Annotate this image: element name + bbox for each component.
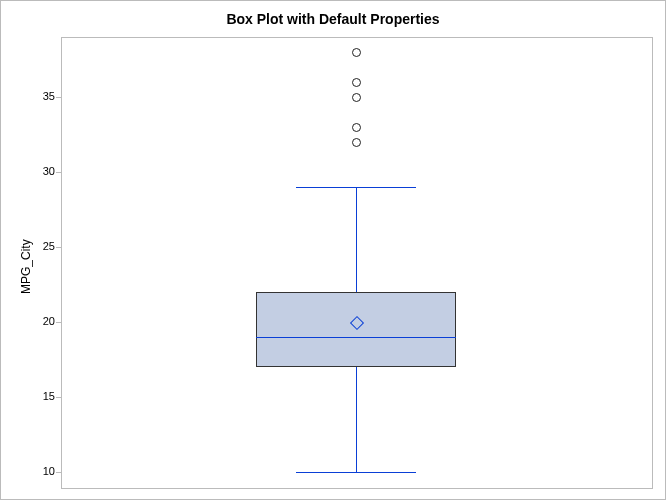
y-tick-label: 20	[31, 315, 55, 327]
y-tick-mark	[56, 472, 61, 473]
y-tick-label: 35	[31, 90, 55, 102]
y-tick-mark	[56, 97, 61, 98]
whisker-cap-lower	[296, 472, 416, 473]
y-tick-label: 25	[31, 240, 55, 252]
median-line	[256, 337, 456, 338]
y-tick-label: 10	[31, 465, 55, 477]
outlier-point	[352, 123, 361, 132]
outlier-point	[352, 48, 361, 57]
chart-title: Box Plot with Default Properties	[1, 1, 665, 33]
y-tick-label: 30	[31, 165, 55, 177]
outlier-point	[352, 78, 361, 87]
y-tick-mark	[56, 397, 61, 398]
y-tick-mark	[56, 322, 61, 323]
outlier-point	[352, 93, 361, 102]
y-tick-mark	[56, 247, 61, 248]
outlier-point	[352, 138, 361, 147]
y-tick-label: 15	[31, 390, 55, 402]
chart-container: Box Plot with Default Properties MPG_Cit…	[0, 0, 666, 500]
whisker-cap-upper	[296, 187, 416, 188]
y-tick-mark	[56, 172, 61, 173]
plot-area	[61, 37, 653, 489]
